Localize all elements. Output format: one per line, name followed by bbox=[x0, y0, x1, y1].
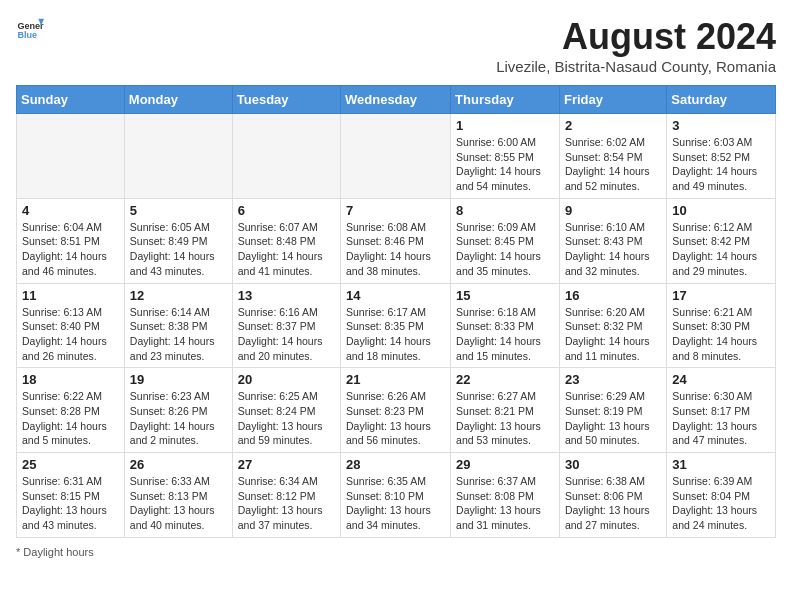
calendar-cell: 31Sunrise: 6:39 AM Sunset: 8:04 PM Dayli… bbox=[667, 453, 776, 538]
day-info: Sunrise: 6:12 AM Sunset: 8:42 PM Dayligh… bbox=[672, 220, 770, 279]
day-info: Sunrise: 6:34 AM Sunset: 8:12 PM Dayligh… bbox=[238, 474, 335, 533]
calendar-cell: 4Sunrise: 6:04 AM Sunset: 8:51 PM Daylig… bbox=[17, 198, 125, 283]
calendar-cell: 19Sunrise: 6:23 AM Sunset: 8:26 PM Dayli… bbox=[124, 368, 232, 453]
calendar-cell: 23Sunrise: 6:29 AM Sunset: 8:19 PM Dayli… bbox=[559, 368, 666, 453]
day-number: 13 bbox=[238, 288, 335, 303]
day-info: Sunrise: 6:23 AM Sunset: 8:26 PM Dayligh… bbox=[130, 389, 227, 448]
logo-icon: General Blue bbox=[16, 16, 44, 44]
calendar-cell: 2Sunrise: 6:02 AM Sunset: 8:54 PM Daylig… bbox=[559, 114, 666, 199]
page-header: General Blue August 2024 Livezile, Bistr… bbox=[16, 16, 776, 75]
month-year: August 2024 bbox=[496, 16, 776, 58]
calendar-week-3: 11Sunrise: 6:13 AM Sunset: 8:40 PM Dayli… bbox=[17, 283, 776, 368]
weekday-header-thursday: Thursday bbox=[451, 86, 560, 114]
day-number: 21 bbox=[346, 372, 445, 387]
calendar-cell: 7Sunrise: 6:08 AM Sunset: 8:46 PM Daylig… bbox=[341, 198, 451, 283]
calendar-cell: 25Sunrise: 6:31 AM Sunset: 8:15 PM Dayli… bbox=[17, 453, 125, 538]
day-number: 12 bbox=[130, 288, 227, 303]
weekday-header-tuesday: Tuesday bbox=[232, 86, 340, 114]
day-info: Sunrise: 6:21 AM Sunset: 8:30 PM Dayligh… bbox=[672, 305, 770, 364]
day-number: 6 bbox=[238, 203, 335, 218]
day-number: 22 bbox=[456, 372, 554, 387]
day-number: 8 bbox=[456, 203, 554, 218]
calendar-cell: 24Sunrise: 6:30 AM Sunset: 8:17 PM Dayli… bbox=[667, 368, 776, 453]
day-number: 11 bbox=[22, 288, 119, 303]
calendar-cell: 17Sunrise: 6:21 AM Sunset: 8:30 PM Dayli… bbox=[667, 283, 776, 368]
day-number: 19 bbox=[130, 372, 227, 387]
calendar-cell: 30Sunrise: 6:38 AM Sunset: 8:06 PM Dayli… bbox=[559, 453, 666, 538]
logo: General Blue bbox=[16, 16, 44, 44]
day-info: Sunrise: 6:22 AM Sunset: 8:28 PM Dayligh… bbox=[22, 389, 119, 448]
day-number: 15 bbox=[456, 288, 554, 303]
day-number: 17 bbox=[672, 288, 770, 303]
calendar-cell: 22Sunrise: 6:27 AM Sunset: 8:21 PM Dayli… bbox=[451, 368, 560, 453]
day-number: 16 bbox=[565, 288, 661, 303]
calendar-cell: 8Sunrise: 6:09 AM Sunset: 8:45 PM Daylig… bbox=[451, 198, 560, 283]
day-info: Sunrise: 6:02 AM Sunset: 8:54 PM Dayligh… bbox=[565, 135, 661, 194]
day-number: 18 bbox=[22, 372, 119, 387]
day-info: Sunrise: 6:07 AM Sunset: 8:48 PM Dayligh… bbox=[238, 220, 335, 279]
day-info: Sunrise: 6:04 AM Sunset: 8:51 PM Dayligh… bbox=[22, 220, 119, 279]
day-info: Sunrise: 6:37 AM Sunset: 8:08 PM Dayligh… bbox=[456, 474, 554, 533]
location: Livezile, Bistrita-Nasaud County, Romani… bbox=[496, 58, 776, 75]
day-number: 3 bbox=[672, 118, 770, 133]
day-info: Sunrise: 6:16 AM Sunset: 8:37 PM Dayligh… bbox=[238, 305, 335, 364]
calendar-cell: 3Sunrise: 6:03 AM Sunset: 8:52 PM Daylig… bbox=[667, 114, 776, 199]
day-number: 5 bbox=[130, 203, 227, 218]
day-info: Sunrise: 6:27 AM Sunset: 8:21 PM Dayligh… bbox=[456, 389, 554, 448]
day-info: Sunrise: 6:00 AM Sunset: 8:55 PM Dayligh… bbox=[456, 135, 554, 194]
weekday-header-row: SundayMondayTuesdayWednesdayThursdayFrid… bbox=[17, 86, 776, 114]
calendar-cell bbox=[124, 114, 232, 199]
calendar-cell: 5Sunrise: 6:05 AM Sunset: 8:49 PM Daylig… bbox=[124, 198, 232, 283]
day-info: Sunrise: 6:26 AM Sunset: 8:23 PM Dayligh… bbox=[346, 389, 445, 448]
day-number: 4 bbox=[22, 203, 119, 218]
calendar-cell: 14Sunrise: 6:17 AM Sunset: 8:35 PM Dayli… bbox=[341, 283, 451, 368]
day-info: Sunrise: 6:13 AM Sunset: 8:40 PM Dayligh… bbox=[22, 305, 119, 364]
day-number: 30 bbox=[565, 457, 661, 472]
svg-text:Blue: Blue bbox=[17, 30, 37, 40]
calendar-cell: 1Sunrise: 6:00 AM Sunset: 8:55 PM Daylig… bbox=[451, 114, 560, 199]
footer-note-text: Daylight hours bbox=[23, 546, 93, 558]
weekday-header-monday: Monday bbox=[124, 86, 232, 114]
calendar-cell bbox=[232, 114, 340, 199]
calendar-cell: 16Sunrise: 6:20 AM Sunset: 8:32 PM Dayli… bbox=[559, 283, 666, 368]
weekday-header-wednesday: Wednesday bbox=[341, 86, 451, 114]
calendar-table: SundayMondayTuesdayWednesdayThursdayFrid… bbox=[16, 85, 776, 538]
calendar-cell: 12Sunrise: 6:14 AM Sunset: 8:38 PM Dayli… bbox=[124, 283, 232, 368]
calendar-cell: 28Sunrise: 6:35 AM Sunset: 8:10 PM Dayli… bbox=[341, 453, 451, 538]
day-info: Sunrise: 6:03 AM Sunset: 8:52 PM Dayligh… bbox=[672, 135, 770, 194]
day-number: 10 bbox=[672, 203, 770, 218]
day-number: 20 bbox=[238, 372, 335, 387]
calendar-cell bbox=[341, 114, 451, 199]
calendar-week-5: 25Sunrise: 6:31 AM Sunset: 8:15 PM Dayli… bbox=[17, 453, 776, 538]
day-info: Sunrise: 6:14 AM Sunset: 8:38 PM Dayligh… bbox=[130, 305, 227, 364]
day-number: 2 bbox=[565, 118, 661, 133]
calendar-cell: 29Sunrise: 6:37 AM Sunset: 8:08 PM Dayli… bbox=[451, 453, 560, 538]
calendar-week-1: 1Sunrise: 6:00 AM Sunset: 8:55 PM Daylig… bbox=[17, 114, 776, 199]
footer-note: * Daylight hours bbox=[16, 546, 776, 558]
day-info: Sunrise: 6:25 AM Sunset: 8:24 PM Dayligh… bbox=[238, 389, 335, 448]
calendar-week-2: 4Sunrise: 6:04 AM Sunset: 8:51 PM Daylig… bbox=[17, 198, 776, 283]
calendar-cell: 13Sunrise: 6:16 AM Sunset: 8:37 PM Dayli… bbox=[232, 283, 340, 368]
calendar-cell bbox=[17, 114, 125, 199]
day-number: 26 bbox=[130, 457, 227, 472]
day-info: Sunrise: 6:33 AM Sunset: 8:13 PM Dayligh… bbox=[130, 474, 227, 533]
day-info: Sunrise: 6:38 AM Sunset: 8:06 PM Dayligh… bbox=[565, 474, 661, 533]
day-info: Sunrise: 6:10 AM Sunset: 8:43 PM Dayligh… bbox=[565, 220, 661, 279]
day-info: Sunrise: 6:18 AM Sunset: 8:33 PM Dayligh… bbox=[456, 305, 554, 364]
day-number: 31 bbox=[672, 457, 770, 472]
weekday-header-sunday: Sunday bbox=[17, 86, 125, 114]
day-number: 27 bbox=[238, 457, 335, 472]
weekday-header-friday: Friday bbox=[559, 86, 666, 114]
day-number: 14 bbox=[346, 288, 445, 303]
day-info: Sunrise: 6:31 AM Sunset: 8:15 PM Dayligh… bbox=[22, 474, 119, 533]
day-number: 24 bbox=[672, 372, 770, 387]
day-info: Sunrise: 6:35 AM Sunset: 8:10 PM Dayligh… bbox=[346, 474, 445, 533]
calendar-cell: 21Sunrise: 6:26 AM Sunset: 8:23 PM Dayli… bbox=[341, 368, 451, 453]
calendar-week-4: 18Sunrise: 6:22 AM Sunset: 8:28 PM Dayli… bbox=[17, 368, 776, 453]
day-info: Sunrise: 6:30 AM Sunset: 8:17 PM Dayligh… bbox=[672, 389, 770, 448]
day-info: Sunrise: 6:39 AM Sunset: 8:04 PM Dayligh… bbox=[672, 474, 770, 533]
day-number: 9 bbox=[565, 203, 661, 218]
day-info: Sunrise: 6:09 AM Sunset: 8:45 PM Dayligh… bbox=[456, 220, 554, 279]
day-number: 23 bbox=[565, 372, 661, 387]
calendar-cell: 18Sunrise: 6:22 AM Sunset: 8:28 PM Dayli… bbox=[17, 368, 125, 453]
